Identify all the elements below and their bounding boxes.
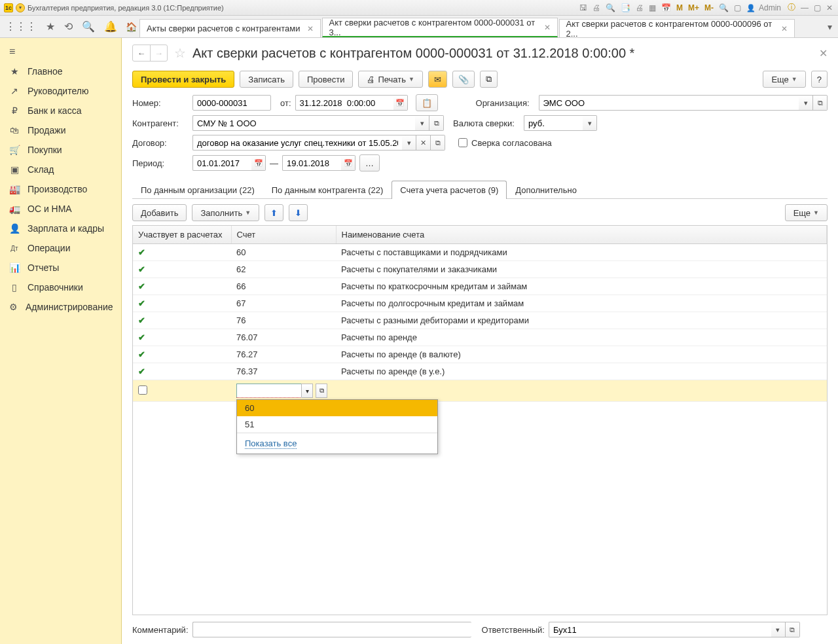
search-icon[interactable]: 🔍 <box>82 20 95 33</box>
table-row[interactable]: ✔76.27Расчеты по аренде (в валюте) <box>133 346 827 363</box>
org-open-button[interactable]: ⧉ <box>813 95 828 111</box>
bell-icon[interactable]: 🔔 <box>104 20 117 33</box>
table-row-editing[interactable]: ▾⧉6051Показать все <box>133 380 827 402</box>
partner-select-button[interactable]: ▾ <box>415 115 429 131</box>
sidebar-item-payroll[interactable]: 👤Зарплата и кадры <box>0 219 121 238</box>
table-row[interactable]: ✔62Расчеты с покупателями и заказчиками <box>133 261 827 278</box>
table-row[interactable]: ✔76Расчеты с разными дебиторами и кредит… <box>133 312 827 329</box>
m-minus-icon[interactable]: M- <box>703 3 715 12</box>
user-label[interactable]: 👤 Admin <box>745 3 784 12</box>
info-icon[interactable]: ⓘ <box>786 2 797 13</box>
favorite-icon[interactable]: ★ <box>46 20 55 33</box>
account-cell[interactable]: 76.07 <box>231 329 336 346</box>
check-icon[interactable]: ✔ <box>138 332 145 342</box>
period-to-calendar-button[interactable]: 📅 <box>341 155 355 171</box>
print-button[interactable]: 🖨Печать▼ <box>358 71 423 88</box>
sidebar-item-purchases[interactable]: 🛒Покупки <box>0 140 121 160</box>
maximize-icon[interactable]: ▢ <box>812 3 822 12</box>
more-button[interactable]: Еще▼ <box>763 71 805 88</box>
printer-icon[interactable]: 🖨 <box>634 3 645 12</box>
number-input[interactable] <box>192 95 271 111</box>
dropdown-show-all[interactable]: Показать все <box>237 433 437 454</box>
period-picker-button[interactable]: … <box>359 154 380 171</box>
account-open-button[interactable]: ⧉ <box>316 384 327 398</box>
subtab-accounts[interactable]: Счета учета расчетов (9) <box>392 181 507 199</box>
tabbar-more-icon[interactable]: ▾ <box>821 16 838 37</box>
period-from-input[interactable] <box>192 155 251 171</box>
col-account[interactable]: Счет <box>231 226 336 244</box>
table-row[interactable]: ✔60Расчеты с поставщиками и подрядчиками <box>133 244 827 261</box>
account-cell[interactable]: 76.37 <box>231 363 336 380</box>
sidebar-item-production[interactable]: 🏭Производство <box>0 179 121 199</box>
help-button[interactable]: ? <box>811 71 828 88</box>
account-cell[interactable]: 76 <box>231 312 336 329</box>
account-cell[interactable]: 62 <box>231 261 336 278</box>
nav-back-button[interactable]: ← <box>133 45 150 61</box>
comment-input[interactable] <box>192 622 471 637</box>
stamp-button[interactable]: 📋 <box>416 94 438 111</box>
currency-select-button[interactable]: ▾ <box>583 115 597 131</box>
responsible-select-button[interactable]: ▾ <box>771 622 786 637</box>
app-menu-dropdown-icon[interactable]: ▾ <box>16 3 25 12</box>
contract-open-button[interactable]: ⧉ <box>431 135 445 151</box>
account-editor[interactable]: ▾⧉6051Показать все <box>236 384 331 398</box>
home-tab[interactable]: 🏠 <box>122 16 139 37</box>
nav-forward-button[interactable]: → <box>150 45 167 61</box>
history-icon[interactable]: ⟲ <box>64 20 73 33</box>
period-to-input[interactable] <box>282 155 341 171</box>
partner-open-button[interactable]: ⧉ <box>429 115 444 131</box>
account-cell[interactable]: 60 <box>231 244 336 261</box>
sidebar-item-warehouse[interactable]: ▣Склад <box>0 160 121 179</box>
sidebar-item-operations[interactable]: ДтОперации <box>0 238 121 258</box>
tab-acts-list[interactable]: Акты сверки расчетов с контрагентами ✕ <box>139 19 321 37</box>
zoom-icon[interactable]: 🔍 <box>718 3 730 12</box>
compare-icon[interactable]: 📑 <box>619 3 632 12</box>
check-icon[interactable]: ✔ <box>138 281 145 291</box>
responsible-open-button[interactable]: ⧉ <box>786 622 800 637</box>
save-button[interactable]: Записать <box>240 71 293 88</box>
org-input[interactable] <box>539 95 799 111</box>
preview-icon[interactable]: 🔍 <box>604 3 617 12</box>
tab-close-icon[interactable]: ✕ <box>307 24 314 33</box>
add-row-button[interactable]: Добавить <box>132 204 187 221</box>
col-account-name[interactable]: Наименование счета <box>336 226 827 244</box>
check-icon[interactable]: ✔ <box>138 247 145 257</box>
move-up-button[interactable]: ⬆ <box>264 204 283 221</box>
save-icon[interactable]: 🖫 <box>578 3 589 12</box>
check-icon[interactable]: ✔ <box>138 367 145 376</box>
subtab-partner-data[interactable]: По данным контрагента (22) <box>263 181 392 199</box>
sidebar-item-assets[interactable]: 🚛ОС и НМА <box>0 199 121 219</box>
post-and-close-button[interactable]: Провести и закрыть <box>132 71 234 88</box>
sidebar-item-main[interactable]: ★Главное <box>0 62 121 81</box>
table-row[interactable]: ✔76.07Расчеты по аренде <box>133 329 827 346</box>
date-input[interactable] <box>295 95 393 111</box>
tab-close-icon[interactable]: ✕ <box>544 23 551 32</box>
dropdown-option[interactable]: 60 <box>237 400 437 416</box>
org-select-button[interactable]: ▾ <box>799 95 813 111</box>
col-participates[interactable]: Участвует в расчетах <box>133 226 231 244</box>
tab-act-000031[interactable]: Акт сверки расчетов с контрагентом 0000-… <box>322 18 558 37</box>
sidebar-item-sales[interactable]: 🛍Продажи <box>0 120 121 140</box>
close-icon[interactable]: ✕ <box>825 3 834 12</box>
sidebar-item-bank[interactable]: ₽Банк и касса <box>0 101 121 120</box>
currency-input[interactable] <box>524 115 583 131</box>
account-dropdown-button[interactable]: ▾ <box>301 384 313 398</box>
account-cell[interactable]: 67 <box>231 295 336 312</box>
sidebar-item-reports[interactable]: 📊Отчеты <box>0 258 121 277</box>
table-more-button[interactable]: Еще▼ <box>785 204 828 221</box>
table-row[interactable]: ✔76.37Расчеты по аренде (в у.е.) <box>133 363 827 380</box>
account-cell[interactable]: 66 <box>231 278 336 295</box>
calendar-button[interactable]: 📅 <box>393 95 408 111</box>
table-row[interactable]: ✔66Расчеты по краткосрочным кредитам и з… <box>133 278 827 295</box>
move-down-button[interactable]: ⬇ <box>289 204 308 221</box>
minimize-icon[interactable]: — <box>799 3 810 12</box>
subtab-additional[interactable]: Дополнительно <box>507 181 585 199</box>
contract-input[interactable] <box>192 135 402 151</box>
m-plus-icon[interactable]: M+ <box>687 3 701 12</box>
responsible-input[interactable] <box>549 622 771 637</box>
partner-input[interactable] <box>192 115 415 131</box>
m-icon[interactable]: M <box>675 3 684 12</box>
tab-close-icon[interactable]: ✕ <box>781 24 788 33</box>
document-close-icon[interactable]: ✕ <box>819 47 828 60</box>
subtab-org-data[interactable]: По данным организации (22) <box>132 181 263 199</box>
